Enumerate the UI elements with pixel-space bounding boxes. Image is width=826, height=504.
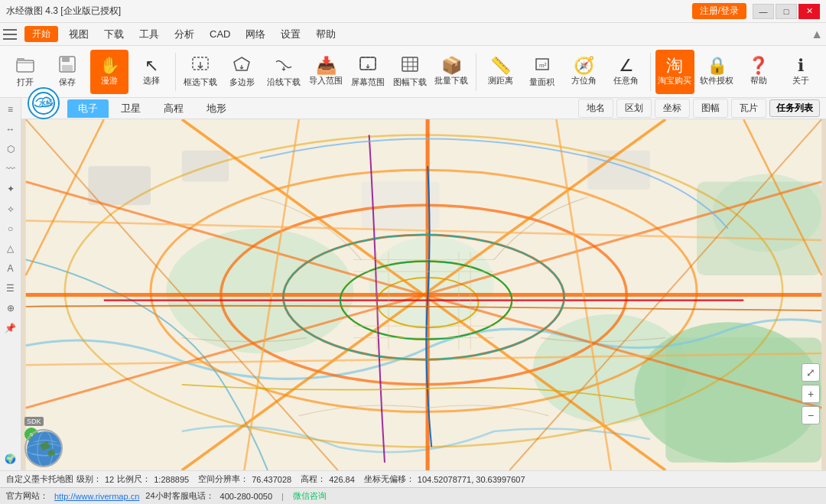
maptype-label: 自定义墨卡托地图 xyxy=(6,473,73,485)
polygon-icon xyxy=(233,56,251,76)
sidebar-circle[interactable]: ○ xyxy=(2,220,19,237)
menu-item-cad[interactable]: CAD xyxy=(202,25,238,43)
sidebar-point[interactable]: ✦ xyxy=(2,180,19,197)
window-controls: — □ ✕ xyxy=(753,4,820,19)
map-tab-terrain[interactable]: 地形 xyxy=(196,99,237,118)
toolbar-box-download[interactable]: 框选下载 xyxy=(180,50,220,94)
right-tab-sheet[interactable]: 图幅 xyxy=(693,99,728,118)
batch-download-icon: 📦 xyxy=(441,57,462,74)
zoom-out-control[interactable]: − xyxy=(802,406,820,424)
minimize-button[interactable]: — xyxy=(753,4,774,19)
toolbar-measure-distance[interactable]: 📏 测距离 xyxy=(481,50,520,94)
maximize-button[interactable]: □ xyxy=(776,4,797,19)
close-button[interactable]: ✕ xyxy=(798,4,820,19)
toolbar-azimuth[interactable]: 🧭 方位角 xyxy=(564,50,603,94)
measure-area-icon: m² xyxy=(533,56,551,76)
status-elevation: 高程： 426.84 xyxy=(301,473,355,485)
statusbar: 自定义墨卡托地图 级别： 12 比例尺： 1:288895 空间分辨率： 76.… xyxy=(0,470,826,487)
menu-item-tools[interactable]: 工具 xyxy=(132,24,167,44)
toolbar-screen-range[interactable]: 屏幕范围 xyxy=(348,50,387,94)
toolbar-about[interactable]: ℹ 关于 xyxy=(781,50,820,94)
sidebar-pan2[interactable]: ↔ xyxy=(2,121,19,138)
menu-item-settings[interactable]: 设置 xyxy=(273,24,308,44)
svg-rect-9 xyxy=(402,57,418,71)
batch-download-label: 批量下载 xyxy=(434,76,468,86)
about-label: 关于 xyxy=(792,76,809,86)
import-range-label: 导入范围 xyxy=(309,76,343,86)
toolbar-arbitrary-angle[interactable]: ∠ 任意角 xyxy=(606,50,646,94)
toolbar-batch-download[interactable]: 📦 批量下载 xyxy=(432,50,471,94)
scale-label: 比例尺： xyxy=(117,473,151,485)
expand-control[interactable]: ⤢ xyxy=(802,363,820,382)
menu-item-download[interactable]: 下载 xyxy=(96,24,132,44)
toolbar-select[interactable]: ↖ 选择 xyxy=(132,50,171,94)
menu-item-help[interactable]: 帮助 xyxy=(308,24,343,44)
sidebar-globe[interactable]: 🌍 xyxy=(2,450,19,467)
map-tab-electronic[interactable]: 电子 xyxy=(67,99,109,118)
map-tab-satellite[interactable]: 卫星 xyxy=(110,99,151,118)
menu-item-view[interactable]: 视图 xyxy=(61,24,96,44)
svg-rect-1 xyxy=(17,58,24,61)
sidebar-search[interactable]: ⟡ xyxy=(2,200,19,217)
import-range-icon: 📥 xyxy=(316,57,337,74)
left-sidebar: ≡ ↔ ⬡ 〰 ✦ ⟡ ○ △ A ☰ ⊕ 📌 🌍 xyxy=(0,98,21,470)
menu-item-analysis[interactable]: 分析 xyxy=(167,24,202,44)
measure-distance-label: 测距离 xyxy=(488,76,513,86)
toolbar-taobao[interactable]: 淘 淘宝购买 xyxy=(655,50,694,94)
svg-rect-0 xyxy=(17,60,34,72)
toolbar-polygon[interactable]: 多边形 xyxy=(223,50,262,94)
level-value: 12 xyxy=(105,475,114,484)
toolbar-license[interactable]: 🔒 软件授权 xyxy=(698,50,737,94)
toolbar-line-download[interactable]: 沿线下载 xyxy=(265,50,304,94)
globe-widget[interactable] xyxy=(24,429,63,467)
map-tabbar: 水经 选择地图 电子 卫星 高程 地形 地名 区划 坐标 图幅 瓦片 任务列表 xyxy=(21,98,826,119)
right-tab-coord[interactable]: 坐标 xyxy=(655,99,690,118)
save-icon xyxy=(59,56,76,76)
toolbar-pan[interactable]: ✋ 漫游 xyxy=(90,50,129,94)
sidebar-triangle[interactable]: △ xyxy=(2,240,19,257)
sidebar-pin[interactable]: 📌 xyxy=(2,320,19,337)
hamburger-menu[interactable] xyxy=(3,25,21,44)
sidebar-polygon2[interactable]: ⬡ xyxy=(2,141,19,158)
toolbar-sheet-download[interactable]: 图幅下载 xyxy=(390,50,429,94)
sidebar-line[interactable]: 〰 xyxy=(2,161,19,177)
open-icon xyxy=(16,56,34,76)
map-tab-elevation[interactable]: 高程 xyxy=(153,99,194,118)
sidebar-add[interactable]: ⊕ xyxy=(2,300,19,317)
right-tab-placename[interactable]: 地名 xyxy=(578,99,613,118)
about-icon: ℹ xyxy=(798,57,804,74)
status-maptype: 自定义墨卡托地图 级别： 12 比例尺： 1:288895 xyxy=(6,473,189,485)
map-svg xyxy=(21,119,826,470)
toolbar-measure-area[interactable]: m² 量面积 xyxy=(523,50,562,94)
right-tab-district[interactable]: 区划 xyxy=(616,99,652,118)
task-list-button[interactable]: 任务列表 xyxy=(769,99,820,117)
resolution-value: 76.437028 xyxy=(252,475,291,484)
open-label: 打开 xyxy=(17,77,34,87)
menu-item-network[interactable]: 网络 xyxy=(238,24,273,44)
register-button[interactable]: 注册/登录 xyxy=(692,3,746,19)
select-icon: ↖ xyxy=(145,57,158,74)
sidebar-text[interactable]: A xyxy=(2,260,19,277)
box-download-label: 框选下载 xyxy=(184,77,217,87)
map-container[interactable]: SDK ● ⤢ + − xyxy=(21,119,826,470)
azimuth-icon: 🧭 xyxy=(574,57,594,74)
wechat-link[interactable]: 微信咨询 xyxy=(293,490,327,502)
scale-value: 1:288895 xyxy=(154,475,189,484)
website-link[interactable]: http://www.rivermap.cn xyxy=(54,492,139,501)
level-label: 级别： xyxy=(76,473,102,485)
pan-label: 漫游 xyxy=(101,76,118,86)
svg-point-20 xyxy=(369,236,494,330)
zoom-in-control[interactable]: + xyxy=(802,385,820,403)
resolution-label: 空间分辨率： xyxy=(198,473,249,485)
support-label: 24小时客服电话： xyxy=(145,490,213,502)
svg-rect-4 xyxy=(62,65,73,71)
toolbar: 打开 保存 ✋ 漫游 ↖ 选择 框选下载 多边形 沿线下载 📥 导入范围 xyxy=(0,46,826,98)
sidebar-list[interactable]: ☰ xyxy=(2,280,19,297)
collapse-icon[interactable]: ▲ xyxy=(811,28,823,41)
toolbar-import-range[interactable]: 📥 导入范围 xyxy=(307,50,346,94)
sidebar-layers[interactable]: ≡ xyxy=(2,101,19,118)
start-menu-button[interactable]: 开始 xyxy=(24,26,58,42)
toolbar-help[interactable]: ❓ 帮助 xyxy=(740,50,779,94)
right-tab-tile[interactable]: 瓦片 xyxy=(731,99,766,118)
website-label: 官方网站： xyxy=(6,490,48,502)
